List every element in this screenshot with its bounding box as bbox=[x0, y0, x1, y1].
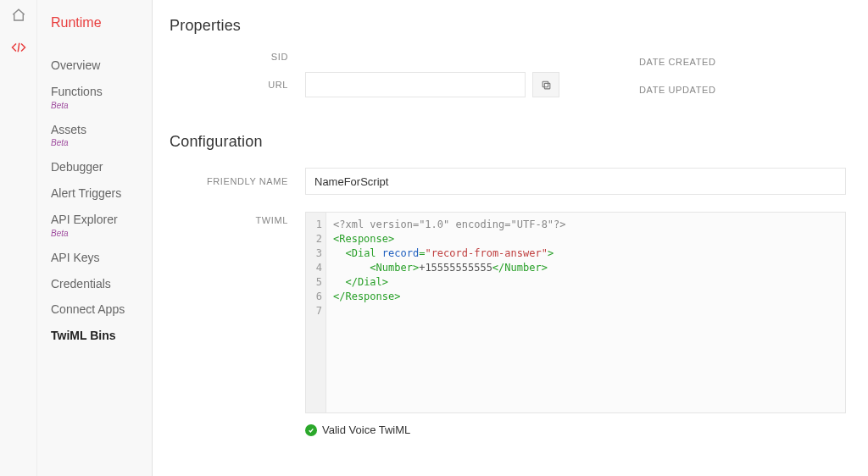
sid-label: SID bbox=[170, 52, 305, 62]
code-content[interactable]: <?xml version="1.0" encoding="UTF-8"?> <… bbox=[326, 213, 573, 412]
svg-rect-1 bbox=[542, 81, 548, 87]
sidebar-item-label: Assets bbox=[51, 123, 86, 136]
copy-button[interactable] bbox=[532, 72, 559, 97]
sidebar-item-alert-triggers[interactable]: Alert Triggers bbox=[51, 180, 138, 207]
sidebar-item-label: Debugger bbox=[51, 160, 103, 174]
properties-row-2: URL DATE UPDATED bbox=[170, 72, 851, 108]
svg-rect-0 bbox=[544, 83, 550, 89]
properties-title: Properties bbox=[170, 17, 851, 35]
code-icon[interactable] bbox=[8, 37, 29, 58]
twiml-editor[interactable]: 1234567 <?xml version="1.0" encoding="UT… bbox=[305, 212, 846, 413]
validation-text: Valid Voice TwiML bbox=[322, 423, 410, 436]
sidebar-item-label: Overview bbox=[51, 58, 100, 72]
sidebar-item-label: API Explorer bbox=[51, 213, 118, 226]
sidebar-item-label: TwiML Bins bbox=[51, 329, 115, 342]
validation-row: Valid Voice TwiML bbox=[305, 423, 851, 436]
sidebar-title: Runtime bbox=[51, 15, 138, 30]
properties-row-1: SID DATE CREATED bbox=[170, 52, 851, 72]
icon-rail bbox=[0, 0, 37, 476]
url-label: URL bbox=[170, 80, 305, 90]
sidebar-item-overview[interactable]: Overview bbox=[51, 53, 138, 79]
twiml-label: TWIML bbox=[170, 212, 305, 225]
sidebar-item-api-keys[interactable]: API Keys bbox=[51, 245, 138, 271]
sidebar-item-label: Alert Triggers bbox=[51, 186, 121, 200]
sidebar-item-label: Functions bbox=[51, 85, 103, 98]
sidebar-item-debugger[interactable]: Debugger bbox=[51, 154, 138, 180]
line-gutter: 1234567 bbox=[306, 213, 326, 412]
home-icon[interactable] bbox=[8, 5, 29, 25]
sidebar-item-label: Connect Apps bbox=[51, 302, 125, 316]
sidebar-item-connect-apps[interactable]: Connect Apps bbox=[51, 296, 138, 323]
sidebar-item-api-explorer[interactable]: API Explorer Beta bbox=[51, 207, 138, 245]
sidebar-item-functions[interactable]: Functions Beta bbox=[51, 79, 138, 117]
check-circle-icon bbox=[305, 424, 317, 436]
beta-badge: Beta bbox=[51, 229, 138, 239]
sidebar: Runtime Overview Functions Beta Assets B… bbox=[37, 0, 153, 476]
friendly-name-label: FRIENDLY NAME bbox=[170, 176, 305, 186]
url-input[interactable] bbox=[305, 72, 526, 97]
beta-badge: Beta bbox=[51, 138, 138, 148]
sidebar-item-credentials[interactable]: Credentials bbox=[51, 271, 138, 297]
sidebar-item-label: API Keys bbox=[51, 251, 100, 264]
app-root: Runtime Overview Functions Beta Assets B… bbox=[0, 0, 868, 476]
sidebar-item-twiml-bins[interactable]: TwiML Bins bbox=[51, 323, 138, 349]
sidebar-item-label: Credentials bbox=[51, 277, 111, 291]
copy-icon bbox=[541, 80, 552, 91]
sidebar-item-assets[interactable]: Assets Beta bbox=[51, 117, 138, 155]
configuration-title: Configuration bbox=[170, 133, 851, 151]
content: Properties SID DATE CREATED URL bbox=[153, 0, 868, 476]
date-updated-label: DATE UPDATED bbox=[639, 85, 851, 95]
friendly-name-input[interactable] bbox=[305, 168, 846, 195]
beta-badge: Beta bbox=[51, 101, 138, 111]
date-created-label: DATE CREATED bbox=[639, 57, 851, 67]
